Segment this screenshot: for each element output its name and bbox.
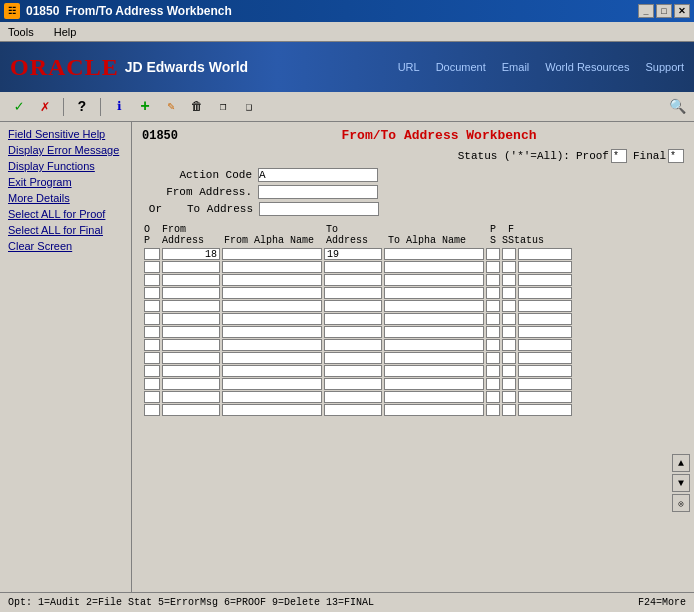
grid-cell-from-alpha[interactable] bbox=[222, 287, 322, 299]
grid-cell-op[interactable] bbox=[144, 300, 160, 312]
grid-cell-status[interactable] bbox=[518, 248, 572, 260]
grid-cell-to-alpha[interactable] bbox=[384, 404, 484, 416]
grid-cell-status[interactable] bbox=[518, 339, 572, 351]
grid-cell-fs[interactable] bbox=[502, 352, 516, 364]
grid-cell-from-addr[interactable] bbox=[162, 326, 220, 338]
grid-cell-from-addr[interactable] bbox=[162, 313, 220, 325]
grid-cell-to-addr[interactable] bbox=[324, 326, 382, 338]
grid-cell-fs[interactable] bbox=[502, 339, 516, 351]
grid-cell-ps[interactable] bbox=[486, 287, 500, 299]
grid-cell-fs[interactable] bbox=[502, 378, 516, 390]
nav-url[interactable]: URL bbox=[398, 61, 420, 73]
grid-cell-ps[interactable] bbox=[486, 248, 500, 260]
nav-support[interactable]: Support bbox=[645, 61, 684, 73]
grid-cell-ps[interactable] bbox=[486, 352, 500, 364]
from-address-input[interactable] bbox=[258, 185, 378, 199]
grid-cell-fs[interactable] bbox=[502, 365, 516, 377]
grid-cell-to-addr[interactable] bbox=[324, 287, 382, 299]
grid-cell-from-alpha[interactable] bbox=[222, 274, 322, 286]
delete-button[interactable]: 🗑 bbox=[186, 96, 208, 118]
grid-cell-fs[interactable] bbox=[502, 248, 516, 260]
sidebar-item-select-all-final[interactable]: Select ALL for Final bbox=[0, 222, 131, 238]
grid-cell-to-alpha[interactable] bbox=[384, 261, 484, 273]
grid-cell-from-alpha[interactable] bbox=[222, 300, 322, 312]
scroll-icon-3[interactable]: ◎ bbox=[672, 494, 690, 512]
grid-cell-from-addr[interactable] bbox=[162, 274, 220, 286]
grid-cell-status[interactable] bbox=[518, 378, 572, 390]
sidebar-item-display-error-message[interactable]: Display Error Message bbox=[0, 142, 131, 158]
grid-cell-status[interactable] bbox=[518, 313, 572, 325]
grid-cell-to-addr[interactable] bbox=[324, 391, 382, 403]
grid-cell-to-alpha[interactable] bbox=[384, 391, 484, 403]
grid-cell-from-alpha[interactable] bbox=[222, 339, 322, 351]
grid-cell-op[interactable] bbox=[144, 365, 160, 377]
grid-cell-ps[interactable] bbox=[486, 339, 500, 351]
grid-cell-from-addr[interactable] bbox=[162, 339, 220, 351]
grid-cell-to-alpha[interactable] bbox=[384, 248, 484, 260]
grid-cell-to-addr[interactable] bbox=[324, 313, 382, 325]
grid-cell-to-addr[interactable] bbox=[324, 365, 382, 377]
grid-cell-ps[interactable] bbox=[486, 261, 500, 273]
grid-cell-from-alpha[interactable] bbox=[222, 352, 322, 364]
grid-cell-to-alpha[interactable] bbox=[384, 300, 484, 312]
grid-cell-to-alpha[interactable] bbox=[384, 313, 484, 325]
grid-cell-status[interactable] bbox=[518, 261, 572, 273]
grid-cell-ps[interactable] bbox=[486, 365, 500, 377]
grid-cell-status[interactable] bbox=[518, 391, 572, 403]
grid-cell-from-alpha[interactable] bbox=[222, 261, 322, 273]
grid-cell-to-alpha[interactable] bbox=[384, 326, 484, 338]
grid-cell-ps[interactable] bbox=[486, 391, 500, 403]
grid-cell-from-alpha[interactable] bbox=[222, 326, 322, 338]
grid-cell-to-addr[interactable] bbox=[324, 300, 382, 312]
grid-cell-op[interactable] bbox=[144, 313, 160, 325]
sidebar-item-exit-program[interactable]: Exit Program bbox=[0, 174, 131, 190]
grid-cell-from-addr[interactable] bbox=[162, 248, 220, 260]
sidebar-item-display-functions[interactable]: Display Functions bbox=[0, 158, 131, 174]
proof-input[interactable] bbox=[611, 149, 627, 163]
grid-cell-to-addr[interactable] bbox=[324, 352, 382, 364]
grid-cell-op[interactable] bbox=[144, 378, 160, 390]
grid-cell-from-addr[interactable] bbox=[162, 300, 220, 312]
paste-button[interactable]: ❑ bbox=[238, 96, 260, 118]
grid-cell-status[interactable] bbox=[518, 300, 572, 312]
grid-cell-to-alpha[interactable] bbox=[384, 352, 484, 364]
grid-cell-to-alpha[interactable] bbox=[384, 339, 484, 351]
grid-cell-status[interactable] bbox=[518, 326, 572, 338]
menu-tools[interactable]: Tools bbox=[4, 25, 38, 39]
grid-cell-fs[interactable] bbox=[502, 274, 516, 286]
scroll-up-icon[interactable]: ▲ bbox=[672, 454, 690, 472]
grid-cell-from-addr[interactable] bbox=[162, 404, 220, 416]
grid-cell-from-alpha[interactable] bbox=[222, 248, 322, 260]
grid-cell-ps[interactable] bbox=[486, 378, 500, 390]
grid-cell-to-alpha[interactable] bbox=[384, 274, 484, 286]
action-code-input[interactable] bbox=[258, 168, 378, 182]
grid-cell-op[interactable] bbox=[144, 274, 160, 286]
grid-cell-op[interactable] bbox=[144, 248, 160, 260]
edit-button[interactable]: ✎ bbox=[160, 96, 182, 118]
grid-cell-fs[interactable] bbox=[502, 287, 516, 299]
grid-cell-ps[interactable] bbox=[486, 326, 500, 338]
menu-help[interactable]: Help bbox=[50, 25, 81, 39]
confirm-button[interactable]: ✓ bbox=[8, 96, 30, 118]
help-button[interactable]: ? bbox=[71, 96, 93, 118]
grid-cell-from-addr[interactable] bbox=[162, 287, 220, 299]
grid-cell-to-addr[interactable] bbox=[324, 378, 382, 390]
grid-cell-from-alpha[interactable] bbox=[222, 365, 322, 377]
grid-cell-op[interactable] bbox=[144, 261, 160, 273]
grid-cell-ps[interactable] bbox=[486, 300, 500, 312]
close-button[interactable]: ✕ bbox=[674, 4, 690, 18]
grid-cell-op[interactable] bbox=[144, 391, 160, 403]
grid-cell-op[interactable] bbox=[144, 326, 160, 338]
minimize-button[interactable]: _ bbox=[638, 4, 654, 18]
grid-cell-fs[interactable] bbox=[502, 261, 516, 273]
search-icon[interactable]: 🔍 bbox=[669, 98, 686, 115]
grid-cell-to-addr[interactable] bbox=[324, 261, 382, 273]
info-button[interactable]: ℹ bbox=[108, 96, 130, 118]
grid-cell-to-addr[interactable] bbox=[324, 248, 382, 260]
grid-cell-from-alpha[interactable] bbox=[222, 404, 322, 416]
grid-cell-ps[interactable] bbox=[486, 313, 500, 325]
grid-cell-op[interactable] bbox=[144, 352, 160, 364]
grid-cell-op[interactable] bbox=[144, 404, 160, 416]
sidebar-item-select-all-proof[interactable]: Select ALL for Proof bbox=[0, 206, 131, 222]
grid-cell-status[interactable] bbox=[518, 287, 572, 299]
